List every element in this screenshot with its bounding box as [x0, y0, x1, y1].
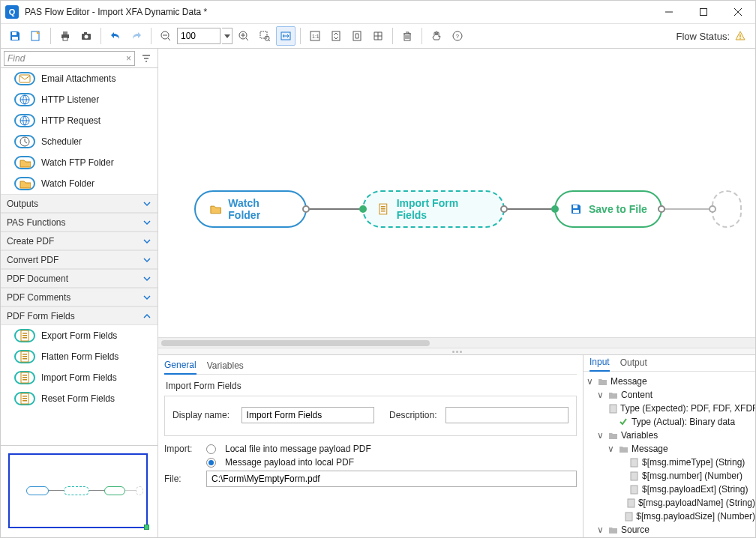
main-toolbar: 1:1 ? Flow Status:: [1, 23, 755, 49]
tree-type-actual: Type (Actual): Binary data: [632, 417, 735, 427]
tab-general[interactable]: General: [164, 360, 196, 375]
svg-rect-40: [22, 337, 27, 339]
palette-category[interactable]: PDF Document: [1, 269, 158, 288]
connection[interactable]: [304, 208, 365, 210]
tab-variables[interactable]: Variables: [207, 360, 244, 374]
output-port[interactable]: [500, 205, 508, 213]
zoom-input[interactable]: [177, 28, 220, 44]
palette-item[interactable]: Scheduler: [1, 131, 158, 152]
fit-visible-icon[interactable]: [347, 26, 367, 46]
palette-item-label: Watch Folder: [41, 178, 94, 189]
palette-category[interactable]: PDF Form Fields: [1, 306, 158, 325]
save-as-icon[interactable]: [26, 26, 46, 46]
minimap-node: [26, 486, 49, 495]
palette-item[interactable]: HTTP Request: [1, 110, 158, 131]
palette-category[interactable]: Outputs: [1, 194, 158, 213]
toolbar-separator: [300, 28, 301, 44]
zoom-dropdown[interactable]: [222, 28, 232, 44]
svg-rect-4: [12, 32, 16, 35]
find-input[interactable]: Find ×: [4, 51, 135, 66]
tree-variable[interactable]: $[msg.number] (Number): [585, 469, 755, 483]
svg-rect-47: [22, 377, 27, 378]
find-options-icon[interactable]: [138, 51, 154, 66]
grid-icon[interactable]: [368, 26, 388, 46]
flow-minimap[interactable]: [1, 446, 158, 538]
palette-item[interactable]: HTTP Listener: [1, 89, 158, 110]
palette-category[interactable]: PDF Comments: [1, 288, 158, 306]
palette-item[interactable]: Watch Folder: [1, 173, 158, 194]
tree-content: Content: [621, 390, 652, 400]
input-port[interactable]: [551, 205, 559, 213]
node-import-form-fields[interactable]: Import Form Fields: [362, 190, 505, 228]
pan-icon[interactable]: [427, 26, 446, 46]
svg-rect-31: [740, 34, 740, 37]
zoom-in-icon[interactable]: [234, 26, 254, 46]
palette-item-icon: [14, 93, 35, 106]
svg-rect-39: [22, 335, 27, 336]
zoom-selection-icon[interactable]: [255, 26, 274, 46]
horizontal-splitter[interactable]: [158, 348, 755, 355]
canvas-horizontal-scrollbar[interactable]: [158, 337, 755, 348]
svg-text:?: ?: [456, 33, 460, 40]
chevron-icon: [142, 294, 152, 300]
flow-canvas[interactable]: Watch Folder Import Form Fields Save to …: [158, 49, 755, 348]
node-placeholder[interactable]: [712, 190, 742, 228]
palette-item[interactable]: Flatten Form Fields: [1, 346, 158, 367]
save-icon[interactable]: [5, 26, 25, 46]
palette-item[interactable]: Email Attachments: [1, 68, 158, 89]
palette-item-label: Email Attachments: [41, 73, 116, 84]
palette-category[interactable]: Convert PDF: [1, 250, 158, 269]
delete-icon[interactable]: [398, 26, 417, 46]
input-port[interactable]: [709, 205, 716, 213]
minimize-button[interactable]: [652, 1, 686, 23]
file-input[interactable]: [206, 471, 577, 487]
description-input[interactable]: [446, 407, 568, 423]
node-watch-folder[interactable]: Watch Folder: [194, 190, 307, 228]
minimap-resize-handle[interactable]: [144, 525, 149, 530]
tree-variable[interactable]: $[msg.mimeType] (String): [585, 456, 755, 469]
close-button[interactable]: [721, 1, 755, 23]
left-panel: Find × Email AttachmentsHTTP ListenerHTT…: [1, 49, 158, 538]
clear-find-icon[interactable]: ×: [126, 53, 131, 64]
tab-input[interactable]: Input: [590, 357, 610, 372]
palette-category[interactable]: Create PDF: [1, 232, 158, 250]
input-port[interactable]: [359, 205, 367, 213]
palette-category[interactable]: PAS Functions: [1, 213, 158, 232]
tree-variable[interactable]: $[msg.payloadSize] (Number): [585, 510, 755, 523]
output-port[interactable]: [658, 205, 665, 213]
palette-item-label: Scheduler: [41, 136, 82, 147]
tree-variable[interactable]: $[msg.payloadName] (String): [585, 496, 755, 510]
display-name-input[interactable]: [242, 407, 375, 423]
svg-rect-51: [22, 398, 27, 399]
fit-width-icon[interactable]: [276, 26, 296, 46]
connection[interactable]: [502, 208, 556, 210]
io-tabs: Input Output: [584, 355, 755, 372]
palette-item-label: HTTP Listener: [41, 94, 99, 105]
actual-size-icon[interactable]: 1:1: [305, 26, 325, 46]
maximize-button[interactable]: [686, 1, 721, 23]
io-tree[interactable]: ∨Message ∨Content Type (Expected): PDF, …: [584, 372, 755, 538]
file-label: File:: [164, 474, 200, 484]
palette-item[interactable]: Import Form Fields: [1, 367, 158, 388]
import-payload-radio[interactable]: [206, 458, 216, 468]
redo-icon[interactable]: [127, 26, 146, 46]
print-icon[interactable]: [56, 26, 75, 46]
io-panel: Input Output ∨Message ∨Content Type (Exp…: [583, 355, 755, 538]
svg-rect-61: [631, 472, 638, 480]
palette-item[interactable]: Reset Form Fields: [1, 388, 158, 409]
palette-item[interactable]: Watch FTP Folder: [1, 152, 158, 173]
import-local-radio[interactable]: [206, 444, 216, 454]
palette-item[interactable]: Export Form Fields: [1, 325, 158, 346]
connection[interactable]: [659, 208, 713, 210]
camera-icon[interactable]: [76, 26, 96, 46]
zoom-out-icon[interactable]: [156, 26, 176, 46]
toolbar-separator: [50, 28, 51, 44]
node-save-to-file[interactable]: Save to File: [554, 190, 662, 228]
tree-variables-message: Message: [632, 444, 668, 454]
fit-page-icon[interactable]: [326, 26, 346, 46]
output-port[interactable]: [302, 205, 310, 213]
tab-output[interactable]: Output: [620, 357, 647, 371]
help-icon[interactable]: ?: [448, 26, 467, 46]
tree-variable[interactable]: $[msg.payloadExt] (String): [585, 483, 755, 496]
undo-icon[interactable]: [106, 26, 125, 46]
